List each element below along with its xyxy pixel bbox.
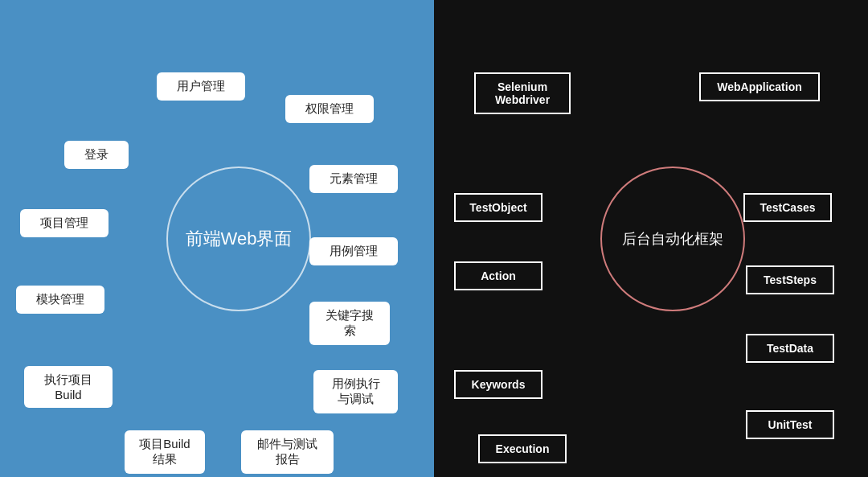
right-node-unit-test: UnitTest (746, 410, 834, 439)
right-panel: 后台自动化框架 Selenium WebdriverWebApplication… (434, 0, 868, 477)
right-node-test-cases: TestCases (743, 193, 832, 222)
right-node-test-object: TestObject (454, 193, 542, 222)
left-node-elem-mgmt: 元素管理 (309, 165, 398, 193)
left-node-perm-mgmt: 权限管理 (285, 95, 374, 123)
right-node-action: Action (454, 261, 542, 290)
right-node-test-steps: TestSteps (746, 265, 834, 294)
right-node-webapp: WebApplication (699, 72, 820, 101)
left-node-exec-build: 执行项目 Build (24, 366, 113, 408)
right-node-test-data: TestData (746, 334, 834, 363)
left-node-user-mgmt: 用户管理 (157, 72, 245, 101)
right-node-selenium: Selenium Webdriver (474, 72, 571, 114)
left-node-keyword-search: 关键字搜 索 (309, 302, 390, 345)
left-circle-label: 前端Web界面 (186, 227, 293, 251)
left-node-proj-build-result: 项目Build 结果 (125, 430, 205, 474)
right-center-circle: 后台自动化框架 (600, 167, 745, 311)
left-node-case-mgmt: 用例管理 (309, 237, 398, 265)
left-node-module-mgmt: 模块管理 (16, 286, 104, 314)
right-node-execution: Execution (478, 434, 567, 463)
left-node-login: 登录 (64, 141, 129, 169)
right-node-keywords: Keywords (454, 370, 542, 399)
left-node-proj-mgmt: 项目管理 (20, 209, 108, 237)
left-center-circle: 前端Web界面 (166, 167, 311, 311)
left-panel: 前端Web界面 用户管理权限管理登录元素管理项目管理用例管理模块管理关键字搜 索… (0, 0, 434, 477)
left-node-case-exec: 用例执行 与调试 (313, 370, 398, 413)
left-node-mail-test: 邮件与测试 报告 (241, 430, 334, 474)
right-circle-label: 后台自动化框架 (622, 229, 723, 249)
